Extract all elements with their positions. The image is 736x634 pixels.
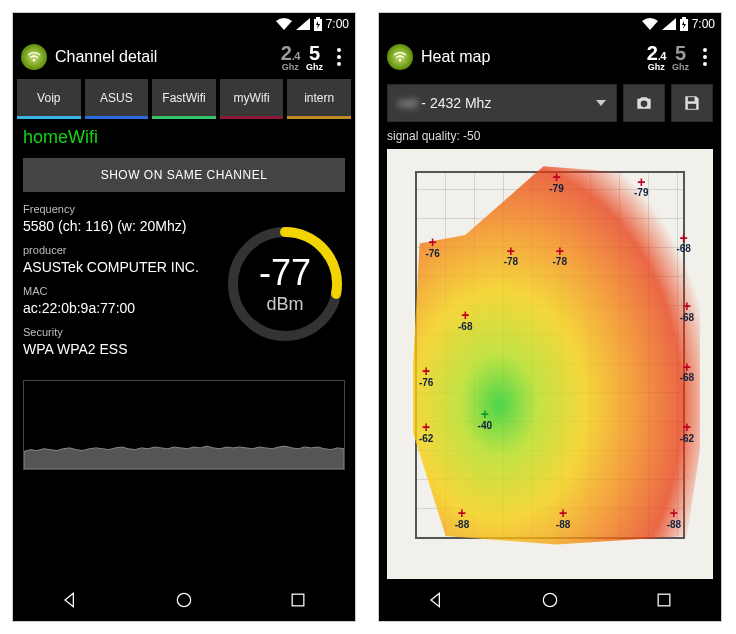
freq-5ghz-toggle[interactable]: 5 Ghz bbox=[306, 43, 323, 72]
producer-label: producer bbox=[23, 243, 225, 258]
freq-toggle: 2.4 Ghz 5 Ghz bbox=[281, 43, 323, 72]
android-nav-bar bbox=[13, 579, 355, 621]
svg-point-9 bbox=[641, 101, 648, 108]
selector-row: net - 2432 Mhz bbox=[379, 79, 721, 127]
dropdown-network-name: net bbox=[398, 95, 417, 111]
phone-heat-map: 7:00 Heat map 2.4 Ghz 5 Ghz net - 2432 M… bbox=[378, 12, 722, 622]
battery-icon bbox=[680, 17, 688, 31]
svg-marker-12 bbox=[413, 166, 700, 544]
selected-network-name: homeWifi bbox=[13, 119, 355, 154]
heat-sample-point: +-68 bbox=[458, 311, 472, 332]
svg-rect-14 bbox=[658, 594, 670, 606]
home-button[interactable] bbox=[174, 590, 194, 610]
network-tab[interactable]: FastWifi bbox=[152, 79, 216, 119]
frequency-label: Frequency bbox=[23, 202, 225, 217]
heat-sample-point: +-68 bbox=[676, 233, 690, 254]
heat-sample-point: +-78 bbox=[553, 246, 567, 267]
android-nav-bar bbox=[379, 579, 721, 621]
app-icon bbox=[21, 44, 47, 70]
status-bar: 7:00 bbox=[13, 13, 355, 35]
security-label: Security bbox=[23, 325, 225, 340]
network-tab[interactable]: intern bbox=[287, 79, 351, 119]
recents-button[interactable] bbox=[654, 590, 674, 610]
phone-channel-detail: 7:00 Channel detail 2.4 Ghz 5 Ghz VoipAS… bbox=[12, 12, 356, 622]
network-tab[interactable]: ASUS bbox=[85, 79, 149, 119]
heat-sample-point: +-78 bbox=[504, 246, 518, 267]
title-bar: Heat map 2.4 Ghz 5 Ghz bbox=[379, 35, 721, 79]
svg-point-4 bbox=[177, 593, 190, 606]
heat-sample-point: +-88 bbox=[667, 508, 681, 529]
network-tab[interactable]: Voip bbox=[17, 79, 81, 119]
status-time: 7:00 bbox=[326, 17, 349, 31]
signal-gauge: -77 dBm bbox=[225, 224, 345, 344]
network-tab[interactable]: myWifi bbox=[220, 79, 284, 119]
freq-24ghz-toggle[interactable]: 2.4 Ghz bbox=[281, 43, 300, 72]
status-bar: 7:00 bbox=[379, 13, 721, 35]
signal-unit: dBm bbox=[266, 294, 303, 315]
camera-button[interactable] bbox=[623, 84, 665, 122]
heat-sample-point: +-88 bbox=[556, 508, 570, 529]
title-bar: Channel detail 2.4 Ghz 5 Ghz bbox=[13, 35, 355, 79]
battery-icon bbox=[314, 17, 322, 31]
heatmap-view[interactable]: +-79+-79+-76+-78+-78+-68+-68+-68+-76+-68… bbox=[387, 149, 713, 579]
heat-sample-point: +-79 bbox=[549, 173, 563, 194]
svg-rect-5 bbox=[292, 594, 304, 606]
svg-rect-10 bbox=[688, 97, 695, 101]
svg-rect-1 bbox=[316, 17, 320, 19]
mac-value: ac:22:0b:9a:77:00 bbox=[23, 299, 225, 319]
svg-point-8 bbox=[399, 59, 402, 62]
heat-sample-point: +-76 bbox=[425, 237, 439, 258]
frequency-value: 5580 (ch: 116) (w: 20Mhz) bbox=[23, 217, 225, 237]
heat-sample-point: +-62 bbox=[680, 422, 694, 443]
heat-sample-point: +-88 bbox=[455, 508, 469, 529]
freq-5ghz-toggle[interactable]: 5 Ghz bbox=[672, 43, 689, 72]
heat-sample-point: +-79 bbox=[634, 177, 648, 198]
app-icon bbox=[387, 44, 413, 70]
chevron-down-icon bbox=[596, 100, 606, 106]
freq-24ghz-toggle[interactable]: 2.4 Ghz bbox=[647, 43, 666, 72]
heat-sample-point: +-76 bbox=[419, 366, 433, 387]
signal-quality-label: signal quality: -50 bbox=[379, 127, 721, 145]
wifi-icon bbox=[276, 18, 292, 30]
signal-icon bbox=[662, 18, 676, 30]
svg-rect-11 bbox=[688, 104, 696, 109]
mac-label: MAC bbox=[23, 284, 225, 299]
overflow-menu-icon[interactable] bbox=[331, 42, 347, 72]
network-tabs: VoipASUSFastWifimyWifiintern bbox=[13, 79, 355, 119]
heat-sample-point: +-68 bbox=[680, 362, 694, 383]
wifi-icon bbox=[642, 18, 658, 30]
freq-toggle: 2.4 Ghz 5 Ghz bbox=[647, 43, 689, 72]
dropdown-freq: - 2432 Mhz bbox=[417, 95, 491, 111]
producer-value: ASUSTek COMPUTER INC. bbox=[23, 258, 225, 278]
heat-sample-point: +-68 bbox=[680, 302, 694, 323]
svg-point-2 bbox=[33, 59, 36, 62]
svg-point-13 bbox=[543, 593, 556, 606]
svg-rect-7 bbox=[682, 17, 686, 19]
detail-text: Frequency 5580 (ch: 116) (w: 20Mhz) prod… bbox=[23, 202, 225, 366]
heat-sample-point: +-40 bbox=[478, 409, 492, 430]
show-same-channel-button[interactable]: SHOW ON SAME CHANNEL bbox=[23, 158, 345, 192]
back-button[interactable] bbox=[60, 590, 80, 610]
page-title: Heat map bbox=[421, 48, 490, 66]
heat-sample-point: +-62 bbox=[419, 422, 433, 443]
detail-row: Frequency 5580 (ch: 116) (w: 20Mhz) prod… bbox=[13, 202, 355, 366]
save-button[interactable] bbox=[671, 84, 713, 122]
overflow-menu-icon[interactable] bbox=[697, 42, 713, 72]
security-value: WPA WPA2 ESS bbox=[23, 340, 225, 360]
home-button[interactable] bbox=[540, 590, 560, 610]
page-title: Channel detail bbox=[55, 48, 157, 66]
network-dropdown[interactable]: net - 2432 Mhz bbox=[387, 84, 617, 122]
signal-value: -77 bbox=[259, 252, 311, 294]
signal-icon bbox=[296, 18, 310, 30]
signal-chart bbox=[23, 380, 345, 470]
back-button[interactable] bbox=[426, 590, 446, 610]
recents-button[interactable] bbox=[288, 590, 308, 610]
heat-overlay bbox=[387, 149, 713, 579]
status-time: 7:00 bbox=[692, 17, 715, 31]
